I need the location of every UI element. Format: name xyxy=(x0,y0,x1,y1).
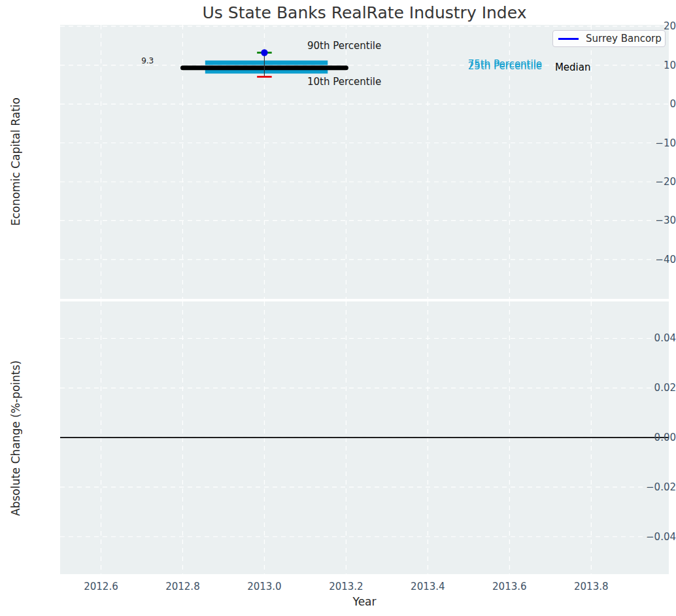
bottom-y-axis-label: Absolute Change (%-points) xyxy=(8,301,24,574)
figure: Us State Banks RealRate Industry Index 9… xyxy=(0,0,676,616)
top-plot-canvas: 9.390th Percentile10th Percentile75th Pe… xyxy=(60,25,669,299)
y-tick-label: −40 xyxy=(621,254,676,265)
x-tick-label: 2012.8 xyxy=(153,581,212,592)
x-tick-label: 2013.0 xyxy=(235,581,294,592)
bottom-plot-canvas xyxy=(60,301,669,574)
x-tick-label: 2012.6 xyxy=(71,581,130,592)
x-tick-label: 2013.6 xyxy=(480,581,539,592)
top-y-axis-label: Economic Capital Ratio xyxy=(8,25,24,299)
annotation-90th-percentile: 90th Percentile xyxy=(307,40,381,52)
legend-box: Surrey Bancorp xyxy=(552,30,666,47)
x-tick-label: 2013.4 xyxy=(398,581,457,592)
annotation-25th-percentile: 25th Percentile xyxy=(468,60,542,72)
y-tick-label: 0.02 xyxy=(621,382,676,394)
y-tick-label: 0 xyxy=(621,98,676,110)
annotation-9-3: 9.3 xyxy=(141,56,154,65)
surrey-bancorp-point xyxy=(261,49,267,56)
x-tick-label: 2013.8 xyxy=(562,581,620,592)
annotation-10th-percentile: 10th Percentile xyxy=(307,76,381,88)
top-plot-area: 9.390th Percentile10th Percentile75th Pe… xyxy=(60,25,669,299)
y-tick-label: −0.02 xyxy=(621,481,676,493)
y-tick-label: 20 xyxy=(621,20,676,32)
y-tick-label: 10 xyxy=(621,60,676,71)
x-tick-label: 2013.2 xyxy=(316,581,375,592)
y-tick-label: 0.00 xyxy=(621,432,676,443)
legend-label: Surrey Bancorp xyxy=(586,33,662,44)
legend-line-swatch xyxy=(558,38,579,40)
y-tick-label: −20 xyxy=(621,176,676,188)
y-tick-label: −10 xyxy=(621,137,676,149)
y-tick-label: −30 xyxy=(621,214,676,226)
chart-title: Us State Banks RealRate Industry Index xyxy=(60,3,669,22)
y-tick-label: 0.04 xyxy=(621,332,676,344)
annotation-median: Median xyxy=(555,61,591,73)
bottom-plot-area xyxy=(60,301,669,574)
x-axis-label: Year xyxy=(60,595,669,608)
y-tick-label: −0.04 xyxy=(621,531,676,543)
